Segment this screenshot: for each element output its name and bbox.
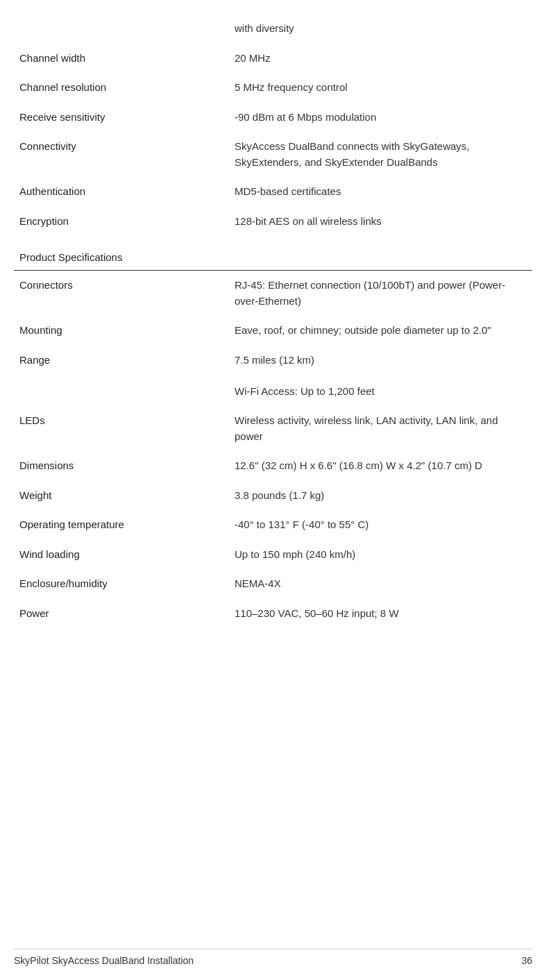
table-row: LEDsWireless activity, wireless link, LA… [14, 406, 532, 451]
spec-table-bottom: ConnectorsRJ-45: Ethernet connection (10… [14, 271, 532, 628]
table-row: Channel width20 MHz [14, 44, 532, 74]
spec-value: 5 MHz frequency control [229, 73, 532, 103]
spec-value: 110–230 VAC, 50–60 Hz input; 8 W [229, 599, 532, 629]
spec-value: with diversity [229, 14, 532, 44]
spec-value: RJ-45: Ethernet connection (10/100bT) an… [229, 271, 532, 316]
spec-label: Wind loading [14, 540, 229, 570]
spec-value: Eave, roof, or chimney; outside pole dia… [229, 316, 532, 346]
spec-label: Power [14, 599, 229, 629]
spec-label: Enclosure/humidity [14, 569, 229, 599]
spec-value: -40° to 131° F (-40° to 55° C) [229, 510, 532, 540]
spec-value: SkyAccess DualBand connects with SkyGate… [229, 132, 532, 177]
table-row: AuthenticationMD5-based certificates [14, 177, 532, 207]
spec-label: Encryption [14, 207, 229, 237]
spec-label: Range [14, 346, 229, 407]
spec-label: Connectors [14, 271, 229, 316]
spec-value: Up to 150 mph (240 km/h) [229, 540, 532, 570]
spec-value: 12.6" (32 cm) H x 6.6" (16.8 cm) W x 4.2… [229, 451, 532, 481]
spec-value: -90 dBm at 6 Mbps modulation [229, 103, 532, 133]
table-row: Enclosure/humidityNEMA-4X [14, 569, 532, 599]
table-row: Channel resolution5 MHz frequency contro… [14, 73, 532, 103]
spec-label: Receive sensitivity [14, 103, 229, 133]
spec-label: Channel resolution [14, 73, 229, 103]
spec-label: Authentication [14, 177, 229, 207]
spec-label: Dimensions [14, 451, 229, 481]
table-row: Wind loadingUp to 150 mph (240 km/h) [14, 540, 532, 570]
table-row: with diversity [14, 14, 532, 44]
spec-value: Wireless activity, wireless link, LAN ac… [229, 406, 532, 451]
table-row: Dimensions12.6" (32 cm) H x 6.6" (16.8 c… [14, 451, 532, 481]
page-content: with diversityChannel width20 MHzChannel… [0, 0, 560, 684]
section-header: Product Specifications [19, 251, 122, 263]
section-header-row: Product Specifications [14, 236, 532, 270]
spec-label: Weight [14, 481, 229, 511]
spec-value: 20 MHz [229, 44, 532, 74]
spec-value: NEMA-4X [229, 569, 532, 599]
table-row: Range7.5 miles (12 km)Wi-Fi Access: Up t… [14, 346, 532, 407]
spec-label: LEDs [14, 406, 229, 451]
spec-value: 7.5 miles (12 km)Wi-Fi Access: Up to 1,2… [229, 346, 532, 407]
spec-label: Operating temperature [14, 510, 229, 540]
table-row: Receive sensitivity-90 dBm at 6 Mbps mod… [14, 103, 532, 133]
spec-table-top: with diversityChannel width20 MHzChannel… [14, 14, 532, 236]
spec-label: Channel width [14, 44, 229, 74]
footer-page: 36 [521, 955, 532, 966]
table-row: Power110–230 VAC, 50–60 Hz input; 8 W [14, 599, 532, 629]
table-row: Weight3.8 pounds (1.7 kg) [14, 481, 532, 511]
table-row: Encryption128-bit AES on all wireless li… [14, 207, 532, 237]
table-row: Operating temperature-40° to 131° F (-40… [14, 510, 532, 540]
spec-table-section: Product Specifications [14, 236, 532, 271]
spec-value: MD5-based certificates [229, 177, 532, 207]
page-footer: SkyPilot SkyAccess DualBand Installation… [14, 949, 532, 966]
spec-label: Connectivity [14, 132, 229, 177]
spec-label: Mounting [14, 316, 229, 346]
spec-label [14, 14, 229, 44]
table-row: MountingEave, roof, or chimney; outside … [14, 316, 532, 346]
table-row: ConnectivitySkyAccess DualBand connects … [14, 132, 532, 177]
spec-value: 3.8 pounds (1.7 kg) [229, 481, 532, 511]
table-row: ConnectorsRJ-45: Ethernet connection (10… [14, 271, 532, 316]
spec-value: 128-bit AES on all wireless links [229, 207, 532, 237]
footer-title: SkyPilot SkyAccess DualBand Installation [14, 955, 194, 966]
